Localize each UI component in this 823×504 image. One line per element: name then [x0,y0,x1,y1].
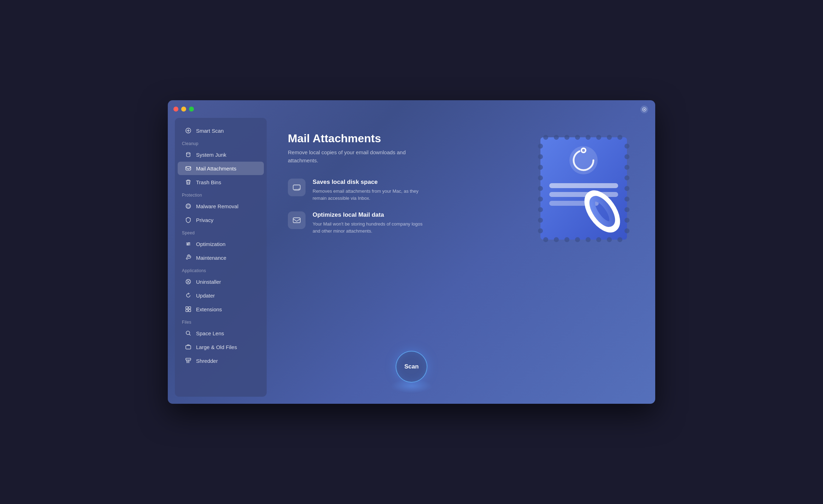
svg-point-26 [554,135,559,140]
close-button[interactable] [173,107,178,112]
scan-button[interactable]: Scan [396,351,427,383]
svg-rect-4 [186,167,191,170]
svg-point-46 [538,197,543,202]
svg-point-51 [624,154,629,159]
svg-point-34 [554,237,559,242]
sidebar-item-shredder[interactable]: Shredder [178,354,264,367]
feature-item-text-optimize-mail: Optimizes local Mail data Your Mail won'… [313,211,426,234]
malware-removal-icon [185,203,192,210]
svg-point-42 [538,154,543,159]
maximize-button[interactable] [189,107,194,112]
svg-point-9 [187,244,188,245]
sidebar-item-label: Malware Removal [196,203,238,209]
sidebar-item-updater[interactable]: Updater [178,289,264,302]
stamp-illustration [528,121,641,256]
system-junk-icon [185,151,192,158]
space-lens-icon [185,330,192,337]
section-label-speed: Speed [175,227,267,237]
sidebar-item-large-old-files[interactable]: Large & Old Files [178,340,264,354]
sidebar-item-smart-scan[interactable]: Smart Scan [178,124,264,137]
feature-item-desc: Removes email attachments from your Mac,… [313,188,426,202]
sidebar-item-label: Updater [196,293,215,299]
svg-point-39 [607,237,612,242]
svg-rect-18 [186,346,191,349]
svg-point-38 [596,237,601,242]
sidebar-item-optimization[interactable]: Optimization [178,237,264,251]
sidebar-item-label: Maintenance [196,255,226,261]
sidebar: Smart Scan Cleanup System Junk Mail At [175,118,267,397]
svg-point-48 [538,218,543,223]
sidebar-item-mail-attachments[interactable]: Mail Attachments [178,162,264,175]
section-label-cleanup: Cleanup [175,138,267,148]
sidebar-item-label: Extensions [196,306,222,312]
sidebar-item-trash-bins[interactable]: Trash Bins [178,175,264,189]
svg-point-1 [644,109,645,110]
svg-point-55 [624,197,629,202]
feature-item-desc: Your Mail won't be storing hundreds of c… [313,221,426,234]
svg-point-45 [538,186,543,191]
feature-item-title: Saves local disk space [313,179,426,186]
title-bar [168,100,655,118]
svg-point-28 [575,135,580,140]
sidebar-item-label: Mail Attachments [196,166,236,172]
svg-point-22 [299,188,300,190]
svg-point-25 [543,135,548,140]
section-label-applications: Applications [175,265,267,275]
sidebar-item-label: Trash Bins [196,179,221,185]
svg-rect-63 [549,183,618,188]
sidebar-item-system-junk[interactable]: System Junk [178,148,264,161]
sidebar-item-privacy[interactable]: Privacy [178,213,264,227]
extensions-icon [185,306,192,313]
sidebar-item-uninstaller[interactable]: Uninstaller [178,275,264,288]
traffic-lights [173,107,194,112]
mail-attachments-icon [185,165,192,172]
sidebar-item-malware-removal[interactable]: Malware Removal [178,199,264,213]
svg-point-11 [188,245,189,246]
sidebar-item-maintenance[interactable]: Maintenance [178,251,264,264]
svg-point-53 [624,175,629,180]
svg-point-54 [624,186,629,191]
svg-point-58 [624,228,629,233]
svg-rect-13 [186,307,188,309]
svg-point-62 [582,149,585,152]
svg-point-44 [538,175,543,180]
sidebar-item-label: Large & Old Files [196,344,237,350]
svg-point-56 [624,207,629,212]
sidebar-item-label: Privacy [196,217,213,223]
sidebar-item-label: System Junk [196,152,226,158]
svg-rect-23 [293,218,300,223]
svg-point-27 [564,135,569,140]
sidebar-item-label: Optimization [196,241,225,247]
svg-point-36 [575,237,580,242]
feature-subtitle: Remove local copies of your email downlo… [288,149,436,164]
svg-point-43 [538,165,543,170]
svg-rect-64 [549,192,618,197]
maintenance-icon [185,254,192,261]
section-label-protection: Protection [175,189,267,199]
scan-button-area: Scan [390,351,433,393]
svg-point-40 [617,237,622,242]
minimize-button[interactable] [181,107,186,112]
sidebar-item-extensions[interactable]: Extensions [178,302,264,316]
section-label-files: Files [175,316,267,326]
svg-rect-14 [189,307,191,309]
svg-point-49 [538,228,543,233]
svg-point-52 [624,165,629,170]
svg-rect-15 [186,310,188,312]
uninstaller-icon [185,278,192,285]
svg-point-47 [538,207,543,212]
optimize-mail-icon [288,211,306,229]
settings-icon[interactable] [640,106,648,113]
svg-point-3 [186,152,190,154]
disk-space-icon [288,179,306,196]
svg-point-57 [624,218,629,223]
svg-point-30 [596,135,601,140]
privacy-icon [185,216,192,223]
updater-icon [185,292,192,299]
sidebar-item-space-lens[interactable]: Space Lens [178,326,264,340]
shredder-icon [185,357,192,364]
svg-rect-19 [186,358,191,360]
svg-point-50 [624,144,629,149]
svg-point-31 [607,135,612,140]
svg-rect-16 [189,310,191,312]
